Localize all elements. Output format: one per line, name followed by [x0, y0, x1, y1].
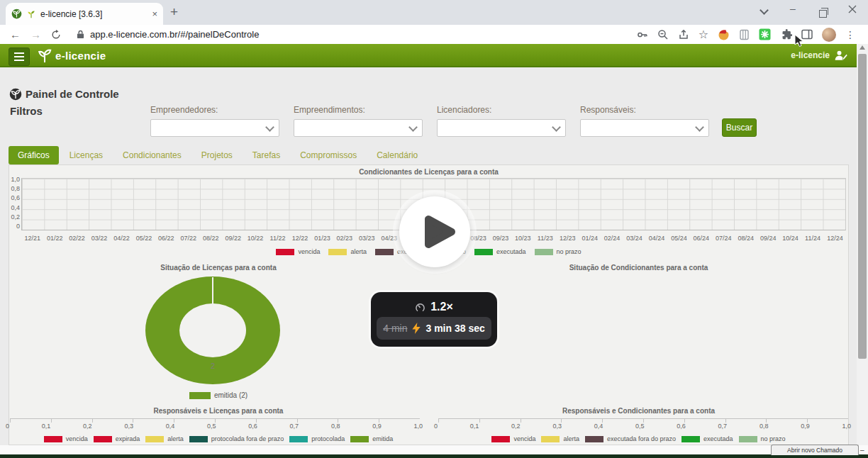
x-tick: 04/24 — [645, 235, 667, 242]
legend-label: vencida — [66, 435, 88, 442]
puzzle-icon[interactable] — [780, 28, 792, 40]
legend-item: no prazo — [739, 435, 786, 442]
x-tick: 01/24 — [579, 235, 601, 242]
dashboard-tab[interactable]: Projetos — [192, 146, 242, 164]
x-tick: 0,5 — [635, 423, 645, 430]
legend-resp-licencas: vencidaexpiradaalertaprotocolada fora de… — [9, 435, 428, 442]
x-tick: 0,9 — [801, 423, 810, 430]
filter-field: Empreendimentos: — [294, 105, 423, 137]
filter-select[interactable] — [580, 119, 709, 137]
x-tick: 0,8 — [331, 423, 340, 430]
speed-row: 1.2× — [377, 297, 491, 317]
scrollbar-thumb[interactable] — [858, 54, 867, 359]
legend-swatch — [189, 436, 208, 442]
x-tick: 01/22 — [43, 235, 65, 242]
reduced-duration: 3 min 38 sec — [425, 323, 484, 334]
scrollbar-up-icon[interactable] — [859, 45, 865, 50]
legend-label: executada — [496, 248, 526, 255]
x-axis-ticks-right: 00,10,20,30,40,50,60,70,80,91,0 — [434, 423, 851, 430]
minimize-icon[interactable]: – — [790, 3, 796, 14]
tab-close-icon[interactable]: × — [152, 9, 157, 18]
profile-avatar[interactable] — [822, 28, 836, 42]
play-button[interactable] — [399, 196, 470, 267]
account-menu[interactable]: e-licencie — [791, 50, 848, 61]
column-extension-icon[interactable] — [739, 29, 750, 40]
filter-label: Responsáveis: — [580, 105, 709, 115]
browser-tab[interactable]: e-licencie [3.6.3] × — [6, 3, 163, 25]
x-tick: 0,8 — [760, 423, 769, 430]
zoom-out-icon[interactable] — [657, 29, 669, 40]
x-tick: 07/22 — [177, 235, 199, 242]
legend-swatch — [541, 436, 560, 442]
filter-label: Empreendimentos: — [294, 105, 423, 115]
y-tick: 0,4 — [11, 204, 20, 211]
filter-select[interactable] — [294, 119, 423, 137]
legend-swatch — [350, 436, 369, 442]
x-tick: 0,4 — [594, 423, 603, 430]
menu-dots-icon[interactable]: ⋮ — [845, 29, 855, 40]
legend-item: alerta — [541, 435, 579, 442]
dashboard-tab[interactable]: Tarefas — [243, 146, 289, 164]
url-bar[interactable]: app.e-licencie.com.br/#/painelDeControle — [90, 29, 259, 40]
legend-label: alerta — [350, 248, 367, 255]
x-tick: 06/24 — [690, 235, 712, 242]
y-tick: 0 — [16, 223, 20, 230]
x-tick: 01/23 — [311, 235, 333, 242]
legend-label: protocolada fora de prazo — [211, 435, 284, 442]
share-icon[interactable] — [678, 29, 689, 40]
dashboard-tab[interactable]: Compromissos — [291, 146, 366, 164]
legend-item: vencida — [276, 248, 320, 255]
x-tick: 09/22 — [222, 235, 244, 242]
legend-item: executada — [474, 248, 526, 255]
close-icon[interactable] — [848, 5, 857, 13]
filter-select[interactable] — [437, 119, 566, 137]
x-tick: 02/24 — [601, 235, 623, 242]
dashboard-tab[interactable]: Gráficos — [9, 146, 59, 164]
dashboard-tab[interactable]: Calendário — [367, 146, 427, 164]
legend-label: vencida — [513, 435, 535, 442]
green-extension-icon[interactable] — [759, 28, 771, 40]
hamburger-menu-button[interactable] — [9, 48, 30, 66]
new-tab-icon[interactable]: + — [170, 4, 178, 20]
dashboard-tab[interactable]: Licenças — [60, 146, 112, 164]
forward-icon[interactable]: → — [30, 28, 41, 40]
legend-item: executada — [681, 435, 733, 442]
gauge-icon — [415, 302, 425, 313]
star-icon[interactable]: ☆ — [699, 29, 708, 40]
x-tick: 06/22 — [155, 235, 177, 242]
x-tick: 08/24 — [735, 235, 757, 242]
legend-label: alerta — [563, 435, 579, 442]
lock-icon[interactable] — [77, 30, 84, 39]
account-label: e-licencie — [791, 50, 830, 60]
restore-icon[interactable] — [819, 10, 827, 18]
buscar-button[interactable]: Buscar — [722, 118, 757, 137]
tab-title: e-licencie [3.6.3] — [40, 9, 148, 19]
cursor-pointer — [794, 34, 804, 48]
legend-swatch — [145, 436, 164, 442]
filter-select[interactable] — [150, 119, 279, 137]
legend-swatch — [289, 436, 308, 442]
x-tick: 12/24 — [824, 235, 846, 242]
legend-swatch — [681, 436, 700, 442]
legend-swatch — [328, 249, 347, 255]
user-edit-icon — [834, 50, 848, 61]
key-icon[interactable] — [637, 29, 648, 40]
legend-label: emitida — [372, 435, 393, 442]
x-tick: 05/22 — [133, 235, 155, 242]
chart-title-condicionantes: Condicionantes de Licenças para a conta — [9, 168, 849, 176]
playback-speed-pill[interactable]: 1.2× 4 min 3 min 38 sec — [371, 292, 497, 347]
back-icon[interactable]: ← — [10, 28, 21, 40]
filter-label: Empreendedores: — [150, 105, 279, 115]
chart-title-situacao-licencas: Situação de Licenças para a conta — [9, 264, 428, 272]
chart-title-resp-condicionantes: Responsáveis e Condicionantes para a con… — [428, 407, 849, 415]
support-tab[interactable]: Abrir novo Chamado — [771, 445, 859, 455]
dashboard-tab[interactable]: Condicionantes — [113, 146, 191, 164]
reload-icon[interactable] — [51, 30, 61, 40]
legend-swatch — [189, 392, 211, 399]
x-tick: 03/22 — [88, 235, 110, 242]
duration-row: 4 min 3 min 38 sec — [377, 317, 491, 340]
x-tick: 05/24 — [668, 235, 690, 242]
y-tick: 0,6 — [11, 194, 20, 201]
santa-extension-icon[interactable] — [718, 28, 730, 40]
support-minimize-icon[interactable]: – — [860, 446, 864, 454]
